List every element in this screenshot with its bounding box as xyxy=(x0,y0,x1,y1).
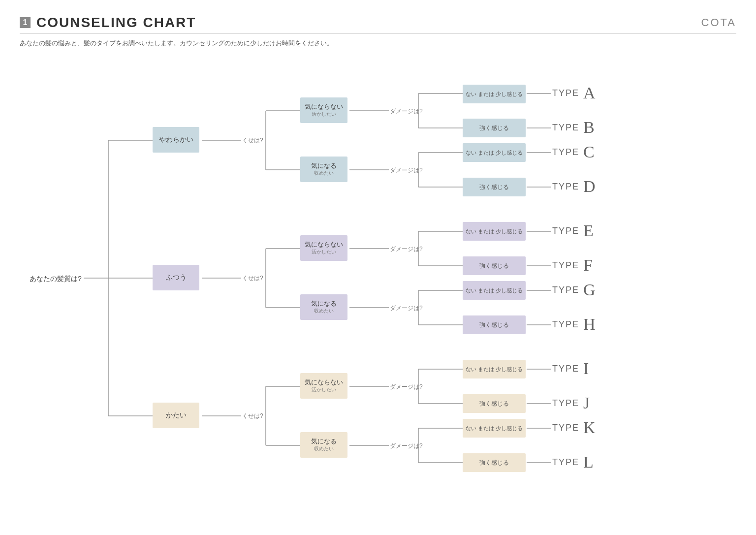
section-number: 1 xyxy=(20,17,31,28)
node-yawarakai: やわらかい xyxy=(153,127,199,153)
damage-label-5: ダメージは? xyxy=(390,383,423,391)
node-ki-naru-b: 気になる 収めたい xyxy=(300,294,347,320)
result-tsuyoku-f: 強く感じる xyxy=(463,453,526,472)
type-i-label: TYPE I xyxy=(552,359,589,378)
type-j-label: TYPE J xyxy=(552,394,590,412)
root-question: あなたの髪質は? xyxy=(30,275,82,283)
page-header: 1 Counseling Chart COTA xyxy=(20,15,736,31)
result-tsuyoku-d: 強く感じる xyxy=(463,315,526,334)
kuse-label-2: くせは? xyxy=(242,274,263,283)
type-l-label: TYPE L xyxy=(552,453,594,472)
kuse-label-1: くせは? xyxy=(242,136,263,145)
type-d-label: TYPE D xyxy=(552,177,596,196)
result-nai-c: ない または 少し感じる xyxy=(463,222,526,241)
node-ki-naranai-c: 気にならない 活かしたい xyxy=(300,373,347,399)
type-b-label: TYPE B xyxy=(552,118,595,137)
header-divider xyxy=(20,33,736,34)
node-ki-naru-c: 気になる 収めたい xyxy=(300,432,347,458)
result-nai-d: ない または 少し感じる xyxy=(463,281,526,300)
result-tsuyoku-b: 強く感じる xyxy=(463,178,526,196)
page-title: Counseling Chart xyxy=(36,15,196,31)
damage-label-2: ダメージは? xyxy=(390,166,423,175)
damage-label-6: ダメージは? xyxy=(390,442,423,450)
node-ki-naranai-a: 気にならない 活かしたい xyxy=(300,97,347,123)
chart-lines xyxy=(20,57,736,500)
type-e-label: TYPE E xyxy=(552,221,594,240)
type-c-label: TYPE C xyxy=(552,143,595,161)
result-tsuyoku-a: 強く感じる xyxy=(463,119,526,137)
subtitle-text: あなたの髪の悩みと、髪のタイプをお調べいたします。カウンセリングのために少しだけ… xyxy=(20,39,736,48)
chart-area: あなたの髪質は? やわらかい ふつう かたい くせは? くせは? くせは? 気に… xyxy=(20,57,736,500)
node-ki-naru-a: 気になる 収めたい xyxy=(300,157,347,182)
result-nai-a: ない または 少し感じる xyxy=(463,85,526,103)
type-h-label: TYPE H xyxy=(552,315,596,334)
brand-name: COTA xyxy=(701,16,736,29)
node-katai: かたい xyxy=(153,403,199,428)
damage-label-1: ダメージは? xyxy=(390,107,423,116)
node-futsuu: ふつう xyxy=(153,265,199,290)
result-tsuyoku-c: 強く感じる xyxy=(463,256,526,275)
type-a-label: TYPE A xyxy=(552,84,596,102)
type-f-label: TYPE F xyxy=(552,256,593,275)
kuse-label-3: くせは? xyxy=(242,412,263,420)
damage-label-3: ダメージは? xyxy=(390,245,423,253)
result-nai-f: ない または 少し感じる xyxy=(463,419,526,438)
type-g-label: TYPE G xyxy=(552,281,596,299)
damage-label-4: ダメージは? xyxy=(390,304,423,313)
type-k-label: TYPE K xyxy=(552,418,596,437)
node-ki-naranai-b: 気にならない 活かしたい xyxy=(300,235,347,261)
result-nai-e: ない または 少し感じる xyxy=(463,360,526,378)
result-nai-b: ない または 少し感じる xyxy=(463,143,526,162)
result-tsuyoku-e: 強く感じる xyxy=(463,394,526,413)
